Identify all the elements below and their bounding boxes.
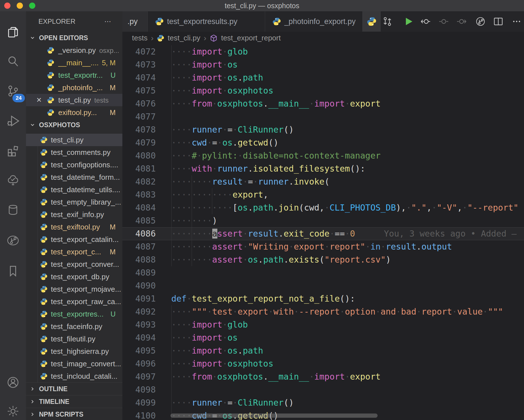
code-line[interactable]: 4099····runner·=·CliRunner() xyxy=(122,396,524,409)
line-content[interactable]: ····"""·test·export·with·--report·option… xyxy=(171,305,524,318)
line-content[interactable]: ····import·os xyxy=(171,58,524,71)
code-area[interactable]: 4072····import·glob4073····import·os4074… xyxy=(122,44,524,420)
open-editor-item[interactable]: __main__....5, M xyxy=(26,57,122,69)
file-tree-item[interactable]: test_faceinfo.py xyxy=(26,320,122,333)
code-line[interactable]: 4081····with·runner.isolated_filesystem(… xyxy=(122,162,524,175)
open-editor-item[interactable]: _photoinfo_...M xyxy=(26,81,122,94)
code-line[interactable]: 4077 xyxy=(122,110,524,123)
next-change-icon[interactable] xyxy=(456,16,467,27)
explorer-icon[interactable] xyxy=(7,25,20,38)
line-content[interactable]: ····import·osxphotos xyxy=(171,84,524,97)
file-tree-item[interactable]: test_comments.py xyxy=(26,146,122,159)
split-editor-icon[interactable] xyxy=(493,16,503,27)
code-line[interactable]: 4082········result·=·runner.invoke( xyxy=(122,175,524,188)
line-content[interactable]: ····runner·=·CliRunner() xyxy=(171,123,524,136)
previous-change-icon[interactable] xyxy=(421,16,431,27)
line-content[interactable]: ········assert·"Writing·export·report"·i… xyxy=(171,240,524,253)
code-line[interactable]: 4091def·test_export_report_not_a_file(): xyxy=(122,292,524,305)
file-tree-item[interactable]: test_datetime_utils.... xyxy=(26,183,122,196)
line-content[interactable]: ····from·osxphotos.__main__·import·expor… xyxy=(171,97,524,110)
explorer-more-actions-icon[interactable]: ⋯ xyxy=(104,11,111,32)
file-tree-item[interactable]: test_export_catalin... xyxy=(26,233,122,246)
code-line[interactable]: 4098 xyxy=(122,383,524,396)
tab-test_exportresults[interactable]: test_exportresults.py xyxy=(148,11,265,32)
file-tree-item[interactable]: test_fileutil.py xyxy=(26,333,122,345)
line-content[interactable]: ········) xyxy=(171,214,524,227)
line-content[interactable]: ····import·os.path xyxy=(171,344,524,357)
file-tree-item[interactable]: test_export_c...M xyxy=(26,246,122,258)
code-line[interactable]: 4087········assert·"Writing·export·repor… xyxy=(122,240,524,253)
code-line[interactable]: 4076····from·osxphotos.__main__·import·e… xyxy=(122,97,524,110)
search-icon[interactable] xyxy=(7,55,20,68)
file-tree-item[interactable]: test_exportres...U xyxy=(26,308,122,320)
breadcrumb-folder[interactable]: tests xyxy=(132,34,148,42)
line-content[interactable]: ····from·osxphotos.__main__·import·expor… xyxy=(171,370,524,383)
code-line[interactable]: 4090 xyxy=(122,279,524,292)
line-content[interactable]: def·test_export_report_not_a_file(): xyxy=(171,292,524,305)
line-content[interactable]: ····#·pylint:·disable=not-context-manage… xyxy=(171,149,524,162)
code-line[interactable]: 4072····import·glob xyxy=(122,45,524,58)
line-content[interactable]: ····runner·=·CliRunner() xyxy=(171,396,524,409)
file-tree-item[interactable]: test_export_db.py xyxy=(26,270,122,283)
timeline-section-header[interactable]: TIMELINE xyxy=(26,395,122,408)
open-editor-item[interactable]: exiftool.py...M xyxy=(26,106,122,119)
file-tree-item[interactable]: test_cli.py xyxy=(26,134,122,146)
line-content[interactable] xyxy=(171,266,524,279)
code-line[interactable]: 4092····"""·test·export·with·--report·op… xyxy=(122,305,524,318)
code-line[interactable]: 4086········assert·result.exit_code·==·0… xyxy=(122,227,524,240)
file-tree-item[interactable]: test_exif_info.py xyxy=(26,208,122,221)
todo-tree-icon[interactable] xyxy=(7,174,20,187)
file-tree-item[interactable]: test_configoptions.... xyxy=(26,159,122,171)
outline-section-header[interactable]: OUTLINE xyxy=(26,382,122,395)
code-line[interactable]: 4097····from·osxphotos.__main__·import·e… xyxy=(122,370,524,383)
line-content[interactable]: ····cwd·=·os.getcwd() xyxy=(171,136,524,149)
database-icon[interactable] xyxy=(7,203,20,217)
python-interpreter-button[interactable] xyxy=(363,11,381,32)
more-actions-icon[interactable] xyxy=(512,16,522,27)
line-content[interactable]: ····import·os.path xyxy=(171,71,524,84)
code-line[interactable]: 4074····import·os.path xyxy=(122,71,524,84)
file-tree-item[interactable]: test_export_mojave... xyxy=(26,283,122,295)
gitlens-graph-icon[interactable] xyxy=(475,16,486,27)
open-editor-item[interactable]: _version.pyosxp... xyxy=(26,44,122,57)
code-line[interactable]: 4088········assert·os.path.exists("repor… xyxy=(122,253,524,266)
line-content[interactable] xyxy=(171,279,524,292)
settings-gear-icon[interactable] xyxy=(7,405,20,418)
line-content[interactable]: ········assert·result.exit_code·==·0You,… xyxy=(171,227,524,240)
code-line[interactable]: 4078····runner·=·CliRunner() xyxy=(122,123,524,136)
line-content[interactable]: ····with·runner.isolated_filesystem(): xyxy=(171,162,524,175)
tab-photoinfo_export[interactable]: _photoinfo_export.py xyxy=(265,11,363,32)
line-content[interactable]: ····import·osxphotos xyxy=(171,357,524,370)
line-content[interactable]: ············[os.path.join(cwd,·CLI_PHOTO… xyxy=(171,201,524,214)
line-content[interactable]: ····import·glob xyxy=(171,318,524,331)
file-tree-item[interactable]: test_exiftool.pyM xyxy=(26,221,122,233)
line-content[interactable]: ············export, xyxy=(171,188,524,201)
run-python-file-icon[interactable] xyxy=(403,16,413,27)
gitlens-icon[interactable] xyxy=(7,234,20,247)
file-tree-item[interactable]: test_empty_library_... xyxy=(26,196,122,208)
code-line[interactable]: 4079····cwd·=·os.getcwd() xyxy=(122,136,524,149)
line-content[interactable]: ····import·os xyxy=(171,331,524,344)
line-content[interactable]: ····import·glob xyxy=(171,45,524,58)
breadcrumb-file[interactable]: test_cli.py xyxy=(168,34,200,42)
close-icon[interactable]: ✕ xyxy=(36,94,42,106)
code-line[interactable]: 4095····import·os.path xyxy=(122,344,524,357)
line-content[interactable] xyxy=(171,383,524,396)
bookmarks-icon[interactable] xyxy=(7,265,20,278)
file-tree-item[interactable]: test_image_convert... xyxy=(26,358,122,370)
code-line[interactable]: 4083············export, xyxy=(122,188,524,201)
code-line[interactable]: 4096····import·osxphotos xyxy=(122,357,524,370)
code-line[interactable]: 4080····#·pylint:·disable=not-context-ma… xyxy=(122,149,524,162)
file-tree-item[interactable]: test_export_conver... xyxy=(26,258,122,270)
code-line[interactable]: 4073····import·os xyxy=(122,58,524,71)
extensions-icon[interactable] xyxy=(7,144,20,157)
code-line[interactable]: 4089 xyxy=(122,266,524,279)
line-content[interactable]: ········result·=·runner.invoke( xyxy=(171,175,524,188)
file-tree-item[interactable]: test_highsierra.py xyxy=(26,345,122,358)
file-tree-item[interactable]: test_incloud_catali... xyxy=(26,370,122,382)
code-line[interactable]: 4093····import·glob xyxy=(122,318,524,331)
code-line[interactable]: 4075····import·osxphotos xyxy=(122,84,524,97)
code-line[interactable]: 4084············[os.path.join(cwd,·CLI_P… xyxy=(122,201,524,214)
run-and-debug-icon[interactable] xyxy=(7,114,20,127)
breadcrumb-symbol[interactable]: test_export_report xyxy=(221,34,281,42)
